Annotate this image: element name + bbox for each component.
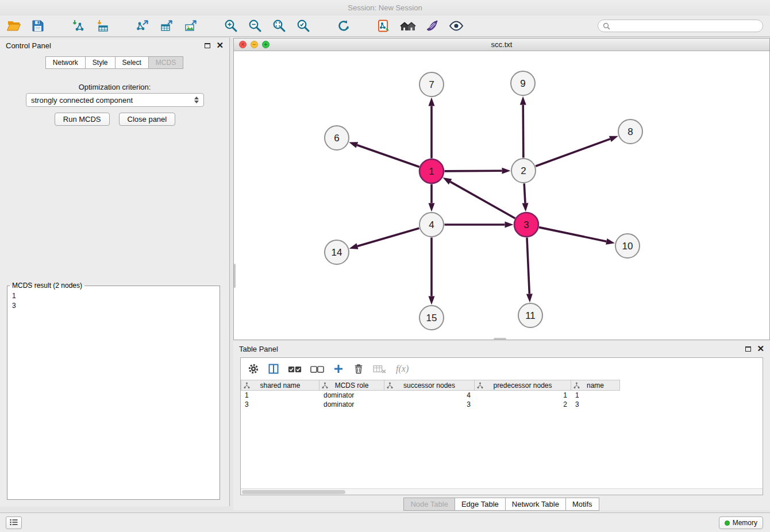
export-network-button[interactable] — [134, 17, 151, 34]
export-image-icon — [184, 19, 198, 33]
apply-style-button[interactable] — [424, 17, 440, 34]
column-type-icon — [477, 382, 483, 391]
import-table-from-file-button[interactable] — [94, 17, 110, 34]
column-header-successor-nodes[interactable]: successor nodes — [384, 380, 475, 391]
table-tab-motifs[interactable]: Motifs — [565, 498, 599, 511]
tab-style[interactable]: Style — [85, 56, 116, 69]
graph-edge-3-1[interactable] — [451, 182, 515, 218]
close-panel-button[interactable]: Close panel — [119, 113, 176, 126]
vertical-scrollbar[interactable] — [234, 264, 236, 288]
graph-node-label-6: 6 — [334, 133, 339, 144]
graph-node-label-3: 3 — [523, 219, 529, 230]
criterion-select-value: strongly connected component — [31, 96, 133, 105]
table-row[interactable]: 1dominator411 — [241, 391, 763, 400]
memory-button[interactable]: Memory — [719, 516, 763, 529]
table-tab-network-table[interactable]: Network Table — [505, 498, 566, 511]
graph-edge-3-11[interactable] — [527, 237, 529, 294]
table-horizontal-scrollbar[interactable] — [241, 488, 763, 495]
graph-edge-2-3[interactable] — [524, 183, 525, 203]
zoom-window-button[interactable]: + — [262, 41, 270, 48]
float-table-panel-icon[interactable] — [745, 346, 751, 352]
run-mcds-button[interactable]: Run MCDS — [55, 113, 110, 126]
table-cell-name: 1 — [571, 391, 620, 400]
show-graphics-details-button[interactable] — [448, 17, 464, 34]
function-builder-button[interactable]: f(x) — [396, 364, 409, 374]
graph-node-label-15: 15 — [426, 313, 437, 323]
graph-edge-2-8[interactable] — [536, 139, 610, 166]
task-history-button[interactable] — [6, 516, 22, 529]
optimization-criterion-select[interactable]: strongly connected component — [26, 93, 204, 107]
zoom-in-button[interactable] — [223, 17, 239, 34]
tab-mcds[interactable]: MCDS — [148, 56, 183, 69]
network-canvas[interactable]: 7968124314101511 — [234, 51, 769, 340]
network-overview-button[interactable] — [376, 17, 392, 34]
export-image-button[interactable] — [183, 17, 199, 34]
import-table-from-file-icon — [95, 19, 109, 33]
table-panel-close-icon[interactable]: ✕ — [757, 345, 764, 352]
unselect-all-columns-button[interactable] — [310, 364, 324, 374]
column-header-predecessor-nodes[interactable]: predecessor nodes — [475, 380, 571, 391]
graph-node-label-2: 2 — [521, 165, 526, 176]
column-header-label: name — [587, 381, 604, 390]
network-graph[interactable]: 7968124314101511 — [234, 51, 769, 340]
zoom-in-icon — [224, 19, 238, 33]
graph-node-label-10: 10 — [622, 241, 633, 252]
column-header-label: shared name — [260, 381, 300, 390]
graph-edge-1-6[interactable] — [357, 145, 419, 167]
column-type-icon — [573, 382, 580, 391]
table-panel-header: Table Panel ✕ — [233, 341, 770, 356]
column-header-label: successor nodes — [403, 381, 455, 390]
table-tab-node-table[interactable]: Node Table — [403, 498, 455, 511]
zoom-fit-button[interactable] — [271, 17, 287, 34]
show-hide-columns-icon — [268, 363, 279, 375]
zoom-selected-button[interactable] — [295, 17, 311, 34]
delete-table-button[interactable] — [373, 364, 387, 374]
select-spinner-icon — [194, 97, 199, 103]
graph-edge-4-14[interactable] — [357, 228, 419, 246]
add-column-button[interactable] — [333, 363, 344, 375]
tab-select[interactable]: Select — [115, 56, 149, 69]
column-header-label: predecessor nodes — [493, 381, 552, 390]
export-table-button[interactable] — [159, 17, 175, 34]
show-hide-columns-button[interactable] — [268, 363, 279, 375]
home-button[interactable] — [400, 17, 416, 34]
save-session-button[interactable] — [30, 17, 46, 34]
toolbar-icon-group — [6, 17, 472, 34]
control-panel-close-icon[interactable]: ✕ — [216, 42, 224, 49]
minimize-window-button[interactable]: − — [251, 41, 258, 48]
float-panel-icon[interactable] — [205, 43, 210, 48]
graph-edge-arrowhead — [349, 243, 359, 249]
table-row[interactable]: 3dominator323 — [241, 400, 763, 409]
graph-node-label-11: 11 — [525, 310, 536, 321]
table-toolbar: f(x) — [241, 358, 763, 380]
graph-edge-3-10[interactable] — [539, 228, 606, 242]
column-header-shared-name[interactable]: shared name — [241, 380, 319, 391]
close-window-button[interactable]: × — [239, 41, 247, 48]
select-all-columns-button[interactable] — [288, 364, 302, 374]
window-titlebar: Session: New Session — [0, 0, 770, 16]
zoom-out-button[interactable] — [247, 17, 263, 34]
refresh-view-button[interactable] — [336, 17, 352, 34]
column-header-mcds-role[interactable]: MCDS role — [319, 380, 384, 391]
network-window-title: scc.txt — [491, 40, 513, 49]
horizontal-scrollbar[interactable] — [494, 338, 506, 340]
list-icon — [10, 518, 18, 528]
graph-edge-2-9[interactable] — [523, 105, 523, 157]
table-cell-shared-name: 1 — [241, 391, 319, 400]
tab-network[interactable]: Network — [45, 56, 86, 69]
graph-node-label-14: 14 — [332, 247, 342, 258]
search-input[interactable] — [613, 21, 763, 31]
mcds-result-line: 1 — [12, 291, 215, 301]
search-box[interactable] — [598, 20, 763, 32]
control-panel-title: Control Panel — [6, 41, 51, 50]
column-header-name[interactable]: name — [571, 380, 620, 391]
network-view-window: × − + scc.txt 7968124314101511 — [233, 38, 770, 340]
save-session-icon — [31, 19, 45, 33]
table-mode-gear-button[interactable] — [248, 363, 259, 375]
table-cell-predecessor-nodes: 2 — [475, 400, 571, 409]
graph-edge-1-2[interactable] — [444, 171, 502, 171]
open-session-button[interactable] — [6, 17, 22, 34]
import-network-from-file-button[interactable] — [70, 17, 86, 34]
delete-column-button[interactable] — [353, 363, 364, 375]
table-tab-edge-table[interactable]: Edge Table — [455, 498, 506, 511]
